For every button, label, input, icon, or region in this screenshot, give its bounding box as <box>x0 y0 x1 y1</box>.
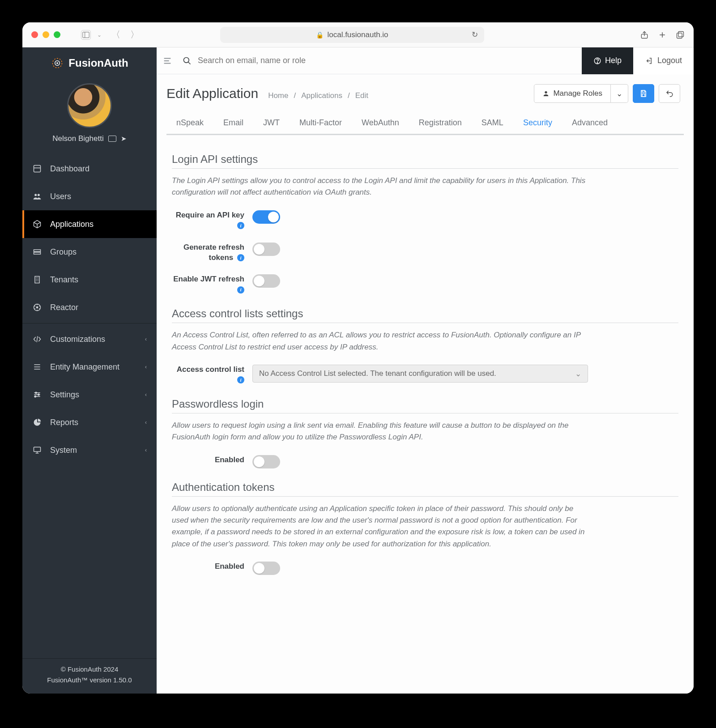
svg-point-10 <box>38 194 40 196</box>
sidebar-item-label: Reports <box>50 418 78 427</box>
section-desc-auth-tokens: Allow users to optionally authenticate u… <box>172 503 588 550</box>
share-icon[interactable] <box>640 30 649 39</box>
tab-jwt[interactable]: JWT <box>253 112 290 134</box>
list-icon <box>32 362 42 372</box>
url-host: local.fusionauth.io <box>327 30 388 39</box>
sidebar-item-label: Settings <box>50 390 79 400</box>
info-icon[interactable]: i <box>237 222 244 229</box>
sidebar-item-reports[interactable]: Reports ‹ <box>22 409 157 436</box>
help-icon <box>593 57 601 65</box>
sidebar-item-entity-management[interactable]: Entity Management ‹ <box>22 353 157 381</box>
toggle-auth-tokens-enabled[interactable] <box>252 562 280 575</box>
tab-advanced[interactable]: Advanced <box>562 112 618 134</box>
crumb-current: Edit <box>355 91 368 100</box>
location-icon[interactable]: ➤ <box>121 135 127 143</box>
svg-point-15 <box>36 307 38 308</box>
nav-forward-icon[interactable]: 〉 <box>130 29 139 41</box>
code-icon <box>32 334 42 344</box>
logout-button[interactable]: Logout <box>633 47 694 74</box>
label-access-control-list: Access control list <box>177 365 244 374</box>
crumb-applications[interactable]: Applications <box>301 91 342 100</box>
close-window-icon[interactable] <box>31 31 38 38</box>
sliders-icon <box>32 390 42 400</box>
svg-point-9 <box>34 194 37 196</box>
chevron-left-icon: ‹ <box>145 392 147 398</box>
tab-registration[interactable]: Registration <box>409 112 472 134</box>
search-input[interactable] <box>198 56 377 65</box>
tab-nspeak[interactable]: nSpeak <box>166 112 213 134</box>
select-access-control-list[interactable]: No Access Control List selected. The ten… <box>252 365 588 383</box>
manage-roles-dropdown[interactable]: ⌄ <box>611 84 628 103</box>
help-button[interactable]: Help <box>582 47 633 74</box>
svg-point-7 <box>56 62 58 64</box>
address-bar[interactable]: 🔒 local.fusionauth.io ↻ <box>220 27 484 43</box>
svg-point-17 <box>38 394 39 395</box>
info-icon[interactable]: i <box>237 286 244 294</box>
sidebar-item-label: Entity Management <box>50 362 119 372</box>
sidebar-item-system[interactable]: System ‹ <box>22 436 157 464</box>
search-icon <box>183 56 192 65</box>
tabs-icon[interactable] <box>676 30 685 39</box>
info-icon[interactable]: i <box>237 376 244 383</box>
sidebar-item-dashboard[interactable]: Dashboard <box>22 155 157 183</box>
tab-security[interactable]: Security <box>513 112 562 135</box>
toggle-passwordless-enabled[interactable] <box>252 455 280 468</box>
chevron-down-icon: ⌄ <box>616 89 622 98</box>
toggle-enable-jwt-refresh[interactable] <box>252 274 280 288</box>
tab-saml[interactable]: SAML <box>472 112 513 134</box>
reactor-icon <box>32 302 42 312</box>
id-card-icon[interactable] <box>108 136 116 142</box>
tab-bar: nSpeak Email JWT Multi-Factor WebAuthn R… <box>166 112 684 135</box>
new-tab-icon[interactable] <box>658 30 667 39</box>
sidebar-item-groups[interactable]: Groups <box>22 238 157 266</box>
page-header: Edit Application Home/ Applications/ Edi… <box>157 74 694 107</box>
breadcrumb: Home/ Applications/ Edit <box>268 91 368 100</box>
sidebar-item-label: Groups <box>50 247 77 257</box>
section-desc-login-api: The Login API settings allow you to cont… <box>172 175 588 199</box>
collapse-sidebar-button[interactable] <box>157 56 178 66</box>
topbar: Help Logout <box>157 47 694 74</box>
label-auth-tokens-enabled: Enabled <box>215 562 244 570</box>
sidebar-toggle-icon[interactable] <box>81 30 91 40</box>
info-icon[interactable]: i <box>237 254 244 261</box>
toggle-require-api-key[interactable] <box>252 210 280 224</box>
browser-window: ⌄ 〈 〉 🔒 local.fusionauth.io ↻ Fu <box>22 22 694 694</box>
version: FusionAuth™ version 1.50.0 <box>22 675 157 685</box>
brand-logo[interactable]: FusionAuth <box>22 47 157 79</box>
tab-webauthn[interactable]: WebAuthn <box>352 112 409 134</box>
sidebar-item-customizations[interactable]: Customizations ‹ <box>22 325 157 353</box>
avatar[interactable] <box>67 83 112 128</box>
toggle-generate-refresh-tokens[interactable] <box>252 243 280 256</box>
manage-roles-button[interactable]: Manage Roles <box>534 84 611 103</box>
chevron-down-icon: ⌄ <box>575 369 581 379</box>
label-require-api-key: Require an API key <box>176 211 244 219</box>
section-desc-passwordless: Allow users to request login using a lin… <box>172 420 588 443</box>
minimize-window-icon[interactable] <box>43 31 49 38</box>
nav-back-icon[interactable]: 〈 <box>111 29 120 41</box>
zoom-window-icon[interactable] <box>54 31 60 38</box>
lock-icon: 🔒 <box>316 31 324 38</box>
sidebar-item-users[interactable]: Users <box>22 183 157 210</box>
save-button[interactable] <box>633 84 654 103</box>
svg-rect-3 <box>678 31 684 37</box>
tab-multi-factor[interactable]: Multi-Factor <box>290 112 352 134</box>
reload-icon[interactable]: ↻ <box>472 30 478 39</box>
manage-roles-label: Manage Roles <box>553 89 602 98</box>
back-button[interactable] <box>659 84 680 103</box>
crumb-home[interactable]: Home <box>268 91 288 100</box>
monitor-icon <box>32 445 42 455</box>
svg-point-16 <box>35 392 37 393</box>
section-title-auth-tokens: Authentication tokens <box>172 481 678 497</box>
tab-email[interactable]: Email <box>213 112 253 134</box>
sidebar-item-label: Customizations <box>50 335 105 344</box>
copyright: © FusionAuth 2024 <box>22 664 157 675</box>
svg-rect-24 <box>642 90 645 92</box>
group-icon <box>32 247 42 257</box>
select-value: No Access Control List selected. The ten… <box>259 369 496 378</box>
sidebar-item-settings[interactable]: Settings ‹ <box>22 381 157 409</box>
sidebar-item-reactor[interactable]: Reactor <box>22 294 157 321</box>
sidebar-item-tenants[interactable]: Tenants <box>22 266 157 294</box>
sidebar-item-applications[interactable]: Applications <box>22 210 157 238</box>
svg-rect-25 <box>642 94 645 97</box>
content-area: Login API settings The Login API setting… <box>157 135 694 588</box>
